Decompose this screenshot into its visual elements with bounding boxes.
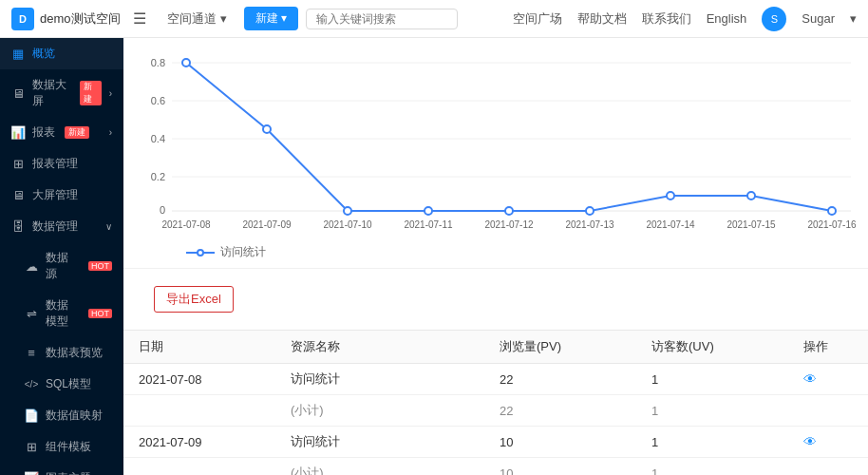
col-header-action: 操作 (788, 331, 868, 364)
cell-resource: 访问统计 (275, 427, 484, 458)
code-icon: </> (25, 378, 38, 391)
y-label-04: 0.4 (151, 133, 165, 144)
view-eye-icon[interactable]: 👁 (803, 434, 817, 449)
col-header-pv: 浏览量(PV) (484, 331, 636, 364)
dot-3 (425, 207, 432, 215)
export-excel-button[interactable]: 导出Excel (154, 286, 234, 313)
sidebar-label-sql: SQL模型 (46, 376, 91, 392)
x-label-6: 2021-07-14 (646, 219, 695, 230)
sidebar-item-overview[interactable]: ▦ 概览 (0, 38, 123, 69)
main-layout: ▦ 概览 🖥 数据大屏 新建 › 📊 报表 新建 › ⊞ 报表管理 🖥 大屏管理… (0, 38, 868, 475)
nav-link-plaza[interactable]: 空间广场 (513, 10, 562, 28)
cell-action (788, 395, 868, 427)
list-icon: ≡ (25, 347, 38, 360)
cell-uv: 1 (636, 427, 788, 458)
file-icon: 📄 (25, 409, 38, 423)
nav-item-space-channel[interactable]: 空间通道 ▾ (158, 0, 236, 38)
table-area: 日期 资源名称 浏览量(PV) 访客数(UV) 操作 2021-07-08访问统… (123, 330, 868, 475)
cell-pv: 10 (484, 458, 636, 476)
col-header-date: 日期 (123, 331, 275, 364)
chart-legend: 访问统计 (139, 240, 853, 268)
cell-pv: 22 (484, 395, 636, 427)
appstore-icon: ⊞ (25, 441, 38, 454)
sidebar-label-chart-theme: 图表主题 (46, 470, 91, 475)
cell-action (788, 458, 868, 476)
sidebar-label-overview: 概览 (32, 46, 55, 62)
cell-action: 👁 (788, 427, 868, 458)
x-label-8: 2021-07-16 (807, 219, 857, 230)
cell-date: 2021-07-09 (123, 427, 275, 458)
dropdown-icon: ▾ (220, 11, 227, 26)
sidebar-label-component: 组件模板 (46, 439, 91, 455)
sidebar-item-component-template[interactable]: ⊞ 组件模板 (0, 431, 123, 463)
sidebar-item-chart-theme[interactable]: 📈 图表主题 (0, 463, 123, 475)
share-icon: ⇌ (25, 307, 38, 320)
data-table: 日期 资源名称 浏览量(PV) 访客数(UV) 操作 2021-07-08访问统… (123, 330, 868, 475)
dot-4 (505, 207, 513, 215)
user-avatar[interactable]: S (762, 7, 786, 31)
cell-date: 2021-07-08 (123, 364, 275, 395)
cell-resource: 访问统计 (275, 364, 484, 395)
table-icon: ⊞ (11, 158, 25, 171)
table-header-row: 日期 资源名称 浏览量(PV) 访客数(UV) 操作 (123, 331, 868, 364)
table-row: 2021-07-08访问统计221👁 (123, 364, 868, 395)
chart-svg: 0.8 0.6 0.4 0.2 0 (139, 48, 860, 238)
hot-badge-datasource: HOT (88, 261, 112, 271)
chart-line (186, 63, 832, 211)
svg-point-6 (198, 250, 203, 256)
user-name[interactable]: Sugar (802, 11, 835, 26)
language-switcher[interactable]: English (707, 11, 747, 26)
dot-1 (263, 125, 271, 133)
sidebar-item-report[interactable]: 📊 报表 新建 › (0, 117, 123, 148)
chevron-icon-report: › (109, 127, 112, 138)
nav-link-contact[interactable]: 联系我们 (642, 10, 691, 28)
col-header-resource: 资源名称 (275, 331, 484, 364)
legend-label: 访问统计 (220, 244, 266, 260)
y-label-06: 0.6 (151, 95, 165, 106)
chart-area: 0.8 0.6 0.4 0.2 0 (123, 38, 868, 269)
cell-resource: (小计) (275, 395, 484, 427)
x-label-5: 2021-07-13 (565, 219, 614, 230)
x-label-0: 2021-07-08 (161, 219, 211, 230)
search-input[interactable] (306, 9, 458, 29)
x-label-1: 2021-07-09 (242, 219, 292, 230)
sidebar-label-datasource: 数据源 (46, 250, 79, 282)
y-label-08: 0.8 (151, 57, 165, 68)
desktop-icon: 🖥 (11, 189, 25, 202)
cell-uv: 1 (636, 395, 788, 427)
cell-pv: 22 (484, 364, 636, 395)
sidebar-item-datascreen[interactable]: 🖥 数据大屏 新建 › (0, 69, 123, 117)
new-button[interactable]: 新建 ▾ (244, 7, 298, 30)
new-badge-datascreen: 新建 (80, 81, 102, 105)
view-eye-icon[interactable]: 👁 (803, 371, 817, 387)
user-dropdown-icon[interactable]: ▾ (850, 11, 857, 26)
sidebar-item-datamodel[interactable]: ⇌ 数据模型 HOT (0, 290, 123, 337)
sidebar-item-report-management[interactable]: ⊞ 报表管理 (0, 148, 123, 180)
nav-link-help[interactable]: 帮助文档 (577, 10, 627, 28)
workspace-title: demo测试空间 (40, 10, 121, 28)
top-right-area: 空间广场 帮助文档 联系我们 English S Sugar ▾ (513, 7, 857, 31)
dot-6 (667, 192, 674, 200)
dropdown-icon: ▾ (281, 11, 287, 25)
sidebar-item-datasource[interactable]: ☁ 数据源 HOT (0, 242, 123, 290)
dot-0 (182, 59, 190, 66)
sidebar-label-datascreen: 数据大屏 (32, 77, 70, 109)
sidebar-label-value-mapping: 数据值映射 (46, 408, 103, 424)
sidebar-label-screen-mgmt: 大屏管理 (32, 187, 78, 203)
sidebar-item-sql-model[interactable]: </> SQL模型 (0, 369, 123, 400)
y-label-02: 0.2 (151, 171, 165, 182)
sidebar-item-screen-management[interactable]: 🖥 大屏管理 (0, 180, 123, 211)
line-chart: 0.8 0.6 0.4 0.2 0 (139, 48, 853, 268)
sidebar-item-data-management[interactable]: 🗄 数据管理 ∨ (0, 211, 123, 242)
logo-area: D demo测试空间 (11, 8, 125, 30)
hot-badge-datamodel: HOT (88, 309, 112, 318)
sidebar-item-value-mapping[interactable]: 📄 数据值映射 (0, 400, 123, 431)
dot-7 (747, 192, 755, 200)
cell-uv: 1 (636, 458, 788, 476)
hamburger-icon[interactable]: ☰ (125, 10, 154, 28)
cell-date (123, 458, 275, 476)
sidebar-item-table-preview[interactable]: ≡ 数据表预览 (0, 337, 123, 369)
dot-8 (828, 207, 836, 215)
sidebar: ▦ 概览 🖥 数据大屏 新建 › 📊 报表 新建 › ⊞ 报表管理 🖥 大屏管理… (0, 38, 123, 475)
x-label-4: 2021-07-12 (484, 219, 534, 230)
